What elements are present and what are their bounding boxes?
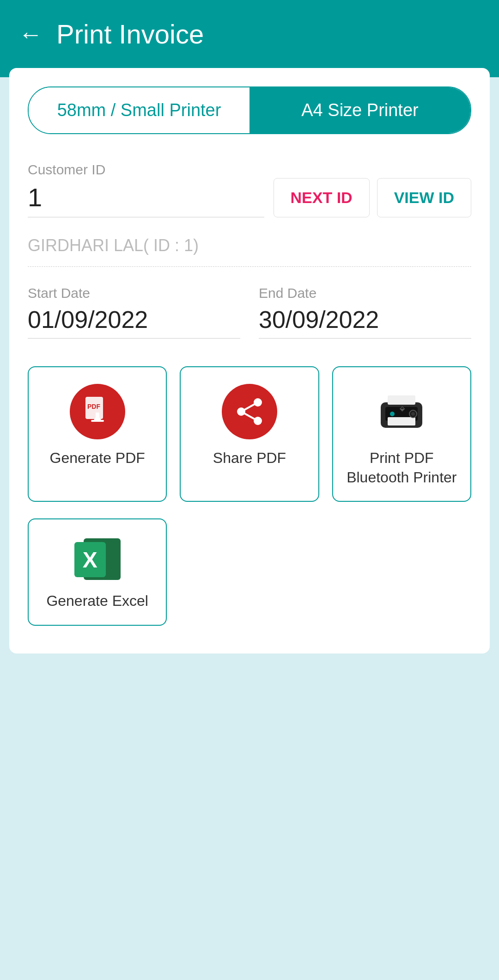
- small-printer-tab[interactable]: 58mm / Small Printer: [29, 87, 250, 133]
- customer-name: GIRDHARI LAL( ID : 1): [28, 227, 471, 267]
- date-section: Start Date 01/09/2022 End Date 30/09/202…: [28, 285, 471, 339]
- customer-id-value: 1: [28, 182, 264, 212]
- start-date-field[interactable]: Start Date 01/09/2022: [28, 285, 240, 339]
- svg-point-6: [237, 407, 245, 416]
- id-action-buttons: NEXT ID VIEW ID: [274, 178, 471, 217]
- main-card: 58mm / Small Printer A4 Size Printer Cus…: [9, 68, 490, 653]
- share-icon: [234, 396, 265, 427]
- view-id-button[interactable]: VIEW ID: [377, 178, 471, 217]
- next-id-button[interactable]: NEXT ID: [274, 178, 370, 217]
- svg-point-15: [411, 412, 415, 416]
- end-date-label: End Date: [259, 285, 471, 301]
- action-buttons-row1: PDF Generate PDF Share PDF: [28, 366, 471, 502]
- svg-line-9: [241, 412, 258, 421]
- customer-id-section: Customer ID 1 NEXT ID VIEW ID: [28, 162, 471, 217]
- end-date-value: 30/09/2022: [259, 306, 471, 333]
- back-button[interactable]: ←: [18, 22, 43, 46]
- page-title: Print Invoice: [56, 18, 204, 49]
- svg-text:PDF: PDF: [87, 403, 100, 410]
- generate-pdf-button[interactable]: PDF Generate PDF: [28, 366, 167, 502]
- pdf-icon-circle: PDF: [70, 384, 125, 439]
- customer-id-label: Customer ID: [28, 162, 264, 178]
- excel-x-label: X: [83, 547, 97, 573]
- excel-bg-dark: X: [74, 542, 106, 577]
- excel-icon-wrap: X: [70, 536, 125, 582]
- start-date-value: 01/09/2022: [28, 306, 240, 333]
- end-date-field[interactable]: End Date 30/09/2022: [259, 285, 471, 339]
- pdf-icon: PDF: [81, 395, 114, 428]
- svg-point-16: [390, 412, 395, 416]
- customer-id-field[interactable]: Customer ID 1: [28, 162, 264, 217]
- print-pdf-bluetooth-label: Print PDFBluetooth Printer: [347, 449, 456, 487]
- bluetooth-printer-icon: ⬙: [374, 384, 429, 439]
- generate-excel-button[interactable]: X Generate Excel: [28, 518, 167, 626]
- generate-pdf-label: Generate PDF: [50, 449, 145, 468]
- generate-excel-label: Generate Excel: [46, 592, 148, 611]
- action-buttons-row2: X Generate Excel: [28, 518, 471, 626]
- printer-type-toggle: 58mm / Small Printer A4 Size Printer: [28, 86, 471, 134]
- svg-rect-12: [388, 395, 415, 405]
- share-icon-circle: [222, 384, 277, 439]
- share-pdf-label: Share PDF: [213, 449, 286, 468]
- excel-icon: X: [74, 538, 121, 580]
- print-pdf-bluetooth-button[interactable]: ⬙ Print PDFBluetooth Printer: [332, 366, 471, 502]
- svg-text:⬙: ⬙: [399, 405, 405, 412]
- svg-rect-3: [96, 413, 99, 420]
- share-pdf-button[interactable]: Share PDF: [180, 366, 319, 502]
- printer-svg: ⬙: [374, 388, 429, 435]
- a4-printer-tab[interactable]: A4 Size Printer: [250, 87, 470, 133]
- svg-rect-13: [388, 417, 415, 425]
- start-date-label: Start Date: [28, 285, 240, 301]
- header: ← Print Invoice: [0, 0, 499, 77]
- svg-line-8: [241, 402, 258, 412]
